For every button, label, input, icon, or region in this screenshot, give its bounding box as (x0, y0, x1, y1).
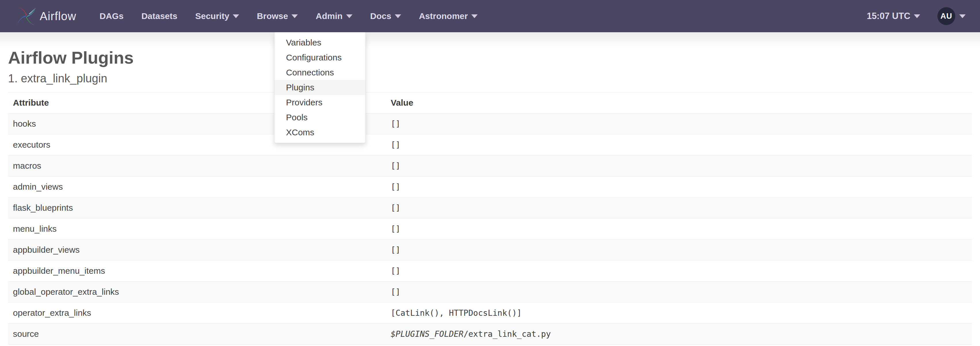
menu-item-configurations[interactable]: Configurations (275, 50, 366, 65)
table-row: appbuilder_views[] (8, 239, 972, 260)
clock-label: 15:07 UTC (867, 11, 910, 21)
value-cell: [] (386, 198, 972, 218)
table-row: admin_views[] (8, 177, 972, 198)
value-cell: [] (386, 113, 972, 134)
table-row: appbuilder_menu_items[] (8, 260, 972, 282)
attribute-cell: menu_links (8, 218, 386, 239)
nav-item-security[interactable]: Security (186, 0, 248, 32)
value-cell: [] (386, 282, 972, 303)
menu-item-variables[interactable]: Variables (275, 35, 366, 50)
nav-item-label: Docs (370, 11, 391, 21)
user-menu[interactable]: AU (937, 7, 966, 25)
chevron-down-icon (471, 14, 477, 18)
column-header-value: Value (386, 92, 972, 113)
admin-dropdown-menu: VariablesConfigurationsConnectionsPlugin… (274, 32, 366, 143)
main-content: Airflow Plugins 1. extra_link_plugin Att… (0, 48, 980, 344)
nav-item-label: Browse (257, 11, 288, 21)
value-cell: [CatLink(), HTTPDocsLink()] (386, 303, 972, 324)
nav-item-admin[interactable]: Admin (307, 0, 361, 32)
nav-item-label: Security (195, 11, 229, 21)
attribute-cell: macros (8, 155, 386, 177)
env-var-text: $PLUGINS_FOLDER (391, 329, 463, 339)
table-row: hooks[] (8, 113, 972, 134)
attribute-cell: appbuilder_menu_items (8, 260, 386, 282)
table-row: global_operator_extra_links[] (8, 282, 972, 303)
value-cell: $PLUGINS_FOLDER/extra_link_cat.py (386, 324, 972, 344)
plugin-name: extra_link_plugin (21, 72, 107, 85)
value-cell: [] (386, 134, 972, 155)
value-cell: [] (386, 239, 972, 260)
plugin-attributes-table: Attribute Value hooks[]executors[]macros… (8, 92, 972, 344)
value-cell: [] (386, 260, 972, 282)
avatar[interactable]: AU (937, 7, 955, 25)
nav-item-dags[interactable]: DAGs (91, 0, 132, 32)
navbar: Airflow DAGsDatasetsSecurityBrowseAdminD… (0, 0, 980, 32)
chevron-down-icon (291, 14, 298, 18)
nav-item-astronomer[interactable]: Astronomer (410, 0, 487, 32)
airflow-logo[interactable]: Airflow (16, 6, 76, 27)
menu-item-connections[interactable]: Connections (275, 65, 366, 80)
table-row: macros[] (8, 155, 972, 177)
menu-item-providers[interactable]: Providers (275, 95, 366, 110)
table-row: source$PLUGINS_FOLDER/extra_link_cat.py (8, 324, 972, 344)
table-row: flask_blueprints[] (8, 198, 972, 218)
table-row: operator_extra_links[CatLink(), HTTPDocs… (8, 303, 972, 324)
nav-item-label: DAGs (100, 11, 123, 21)
attribute-cell: global_operator_extra_links (8, 282, 386, 303)
chevron-down-icon (959, 14, 966, 18)
airflow-pinwheel-icon (16, 6, 37, 27)
header-shade (0, 32, 980, 48)
chevron-down-icon (233, 14, 239, 18)
value-text: /extra_link_cat.py (463, 329, 551, 339)
nav-item-docs[interactable]: Docs (361, 0, 410, 32)
nav-item-datasets[interactable]: Datasets (132, 0, 186, 32)
table-row: executors[] (8, 134, 972, 155)
attribute-cell: flask_blueprints (8, 198, 386, 218)
chevron-down-icon (914, 14, 920, 18)
table-header-row: Attribute Value (8, 92, 972, 113)
brand-label: Airflow (40, 10, 76, 23)
value-cell: [] (386, 177, 972, 198)
value-cell: [] (386, 218, 972, 239)
nav-item-label: Admin (316, 11, 342, 21)
nav-item-label: Astronomer (419, 11, 468, 21)
nav-menu: DAGsDatasetsSecurityBrowseAdminDocsAstro… (91, 0, 487, 32)
nav-item-label: Datasets (141, 11, 177, 21)
attribute-cell: operator_extra_links (8, 303, 386, 324)
chevron-down-icon (395, 14, 401, 18)
menu-item-xcoms[interactable]: XComs (275, 125, 366, 140)
menu-item-pools[interactable]: Pools (275, 110, 366, 125)
attribute-cell: admin_views (8, 177, 386, 198)
nav-item-browse[interactable]: Browse (248, 0, 307, 32)
chevron-down-icon (346, 14, 352, 18)
navbar-right: 15:07 UTC AU (867, 7, 966, 25)
clock-dropdown[interactable]: 15:07 UTC (867, 11, 920, 21)
plugin-index: 1. (8, 72, 18, 85)
page-title: Airflow Plugins (8, 48, 972, 67)
plugin-subtitle: 1. extra_link_plugin (8, 72, 972, 85)
value-cell: [] (386, 155, 972, 177)
attribute-cell: appbuilder_views (8, 239, 386, 260)
table-row: menu_links[] (8, 218, 972, 239)
attribute-cell: source (8, 324, 386, 344)
menu-item-plugins[interactable]: Plugins (275, 80, 366, 95)
